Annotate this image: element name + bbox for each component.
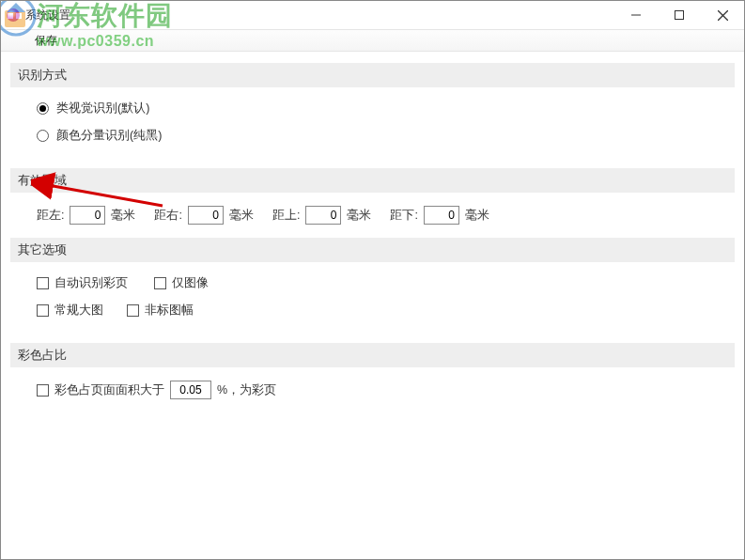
label-margin-left: 距左: xyxy=(37,208,64,224)
save-button[interactable]: 保存 xyxy=(35,33,57,49)
label-margin-top: 距上: xyxy=(272,208,300,224)
checkbox-label: 非标图幅 xyxy=(145,303,194,319)
unit-label: 毫米 xyxy=(465,208,489,224)
radio-icon xyxy=(37,102,49,115)
app-icon xyxy=(7,8,20,22)
ratio-suffix: %，为彩页 xyxy=(217,382,276,398)
radio-label: 类视觉识别(默认) xyxy=(56,101,149,117)
input-margin-top[interactable] xyxy=(305,206,341,225)
section-header-ratio: 彩色占比 xyxy=(10,343,735,367)
checkbox-icon xyxy=(154,277,166,289)
checkbox-icon xyxy=(37,384,49,397)
margins-row: 距左: 毫米 距右: 毫米 距上: 毫米 距下: 毫米 xyxy=(37,206,708,225)
content-area: 识别方式 类视觉识别(默认) 颜色分量识别(纯黑) 有效区域 距左: 毫米 距右… xyxy=(1,52,744,435)
section-header-recognition: 识别方式 xyxy=(10,63,735,87)
radio-color-recognition[interactable]: 颜色分量识别(纯黑) xyxy=(37,128,708,144)
section-body-area: 距左: 毫米 距右: 毫米 距上: 毫米 距下: 毫米 xyxy=(10,206,735,238)
section-body-ratio: 彩色占页面面积大于 %，为彩页 xyxy=(10,381,735,424)
checkbox-icon xyxy=(127,304,139,317)
checkbox-color-ratio[interactable]: 彩色占页面面积大于 %，为彩页 xyxy=(37,381,276,399)
checkbox-image-only[interactable]: 仅图像 xyxy=(154,275,209,291)
checkbox-label: 自动识别彩页 xyxy=(54,275,128,291)
input-margin-right[interactable] xyxy=(188,206,224,225)
checkbox-label: 彩色占页面面积大于 xyxy=(54,382,164,398)
label-margin-bottom: 距下: xyxy=(390,208,417,224)
radio-label: 颜色分量识别(纯黑) xyxy=(56,128,162,144)
input-margin-left[interactable] xyxy=(70,206,105,225)
radio-visual-recognition[interactable]: 类视觉识别(默认) xyxy=(37,101,708,117)
label-margin-right: 距右: xyxy=(154,208,181,224)
checkbox-auto-color[interactable]: 自动识别彩页 xyxy=(37,275,128,291)
section-header-other: 其它选项 xyxy=(10,238,735,262)
unit-label: 毫米 xyxy=(347,208,371,224)
toolbar: 保存 xyxy=(1,29,744,52)
radio-icon xyxy=(37,130,49,142)
unit-label: 毫米 xyxy=(111,208,135,224)
section-header-area: 有效区域 xyxy=(10,168,735,193)
svg-rect-0 xyxy=(675,11,684,20)
section-body-other: 自动识别彩页 仅图像 常规大图 非标图幅 xyxy=(10,275,735,343)
checkbox-nonstd-frame[interactable]: 非标图幅 xyxy=(127,303,194,319)
checkbox-icon xyxy=(37,277,49,289)
minimize-button[interactable] xyxy=(614,1,658,29)
checkbox-icon xyxy=(37,304,49,317)
titlebar: 系统设置 xyxy=(1,1,744,29)
input-margin-bottom[interactable] xyxy=(424,206,459,225)
section-body-recognition: 类视觉识别(默认) 颜色分量识别(纯黑) xyxy=(10,101,735,168)
unit-label: 毫米 xyxy=(229,208,254,224)
checkbox-normal-big[interactable]: 常规大图 xyxy=(37,303,103,319)
input-color-ratio[interactable] xyxy=(170,381,211,399)
checkbox-label: 仅图像 xyxy=(172,275,209,291)
maximize-button[interactable] xyxy=(658,1,701,29)
close-button[interactable] xyxy=(701,1,744,29)
window-title: 系统设置 xyxy=(25,8,70,23)
window-controls xyxy=(614,1,744,29)
checkbox-label: 常规大图 xyxy=(54,303,103,319)
